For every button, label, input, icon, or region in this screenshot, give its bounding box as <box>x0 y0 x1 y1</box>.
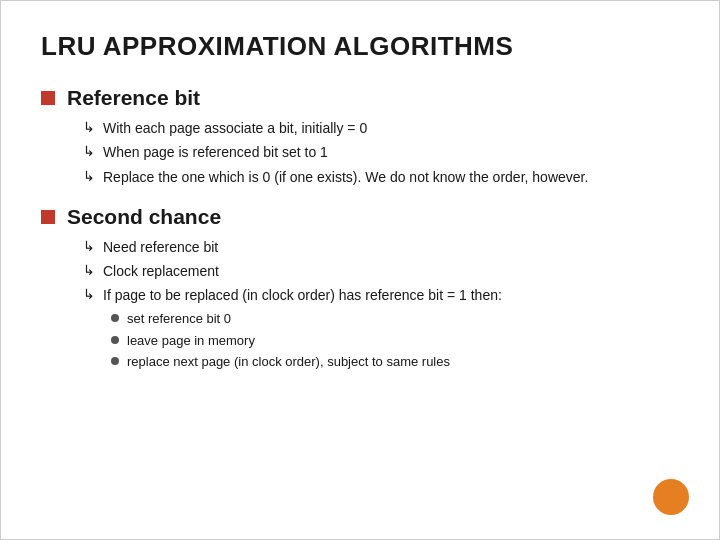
list-item: ↳ Need reference bit <box>83 237 679 257</box>
item-text: Replace the one which is 0 (if one exist… <box>103 167 588 187</box>
list-item: leave page in memory <box>111 332 679 351</box>
list-item: ↳ Replace the one which is 0 (if one exi… <box>83 167 679 187</box>
item-text: replace next page (in clock order), subj… <box>127 353 450 372</box>
list-item: ↳ If page to be replaced (in clock order… <box>83 285 679 305</box>
list-item: set reference bit 0 <box>111 310 679 329</box>
arrow-icon: ↳ <box>83 168 95 184</box>
arrow-icon: ↳ <box>83 143 95 159</box>
list-item: ↳ Clock replacement <box>83 261 679 281</box>
section-header-second-chance: Second chance <box>41 205 679 229</box>
list-item: ↳ When page is referenced bit set to 1 <box>83 142 679 162</box>
item-text: set reference bit 0 <box>127 310 231 329</box>
second-chance-items: ↳ Need reference bit ↳ Clock replacement… <box>83 237 679 372</box>
slide: LRU APPROXIMATION ALGORITHMS Reference b… <box>0 0 720 540</box>
bullet-square-second-chance <box>41 210 55 224</box>
list-item: ↳ With each page associate a bit, initia… <box>83 118 679 138</box>
item-text: With each page associate a bit, initiall… <box>103 118 367 138</box>
arrow-icon: ↳ <box>83 262 95 278</box>
item-text: leave page in memory <box>127 332 255 351</box>
item-text: Need reference bit <box>103 237 218 257</box>
second-chance-sub-items: set reference bit 0 leave page in memory… <box>111 310 679 373</box>
arrow-icon: ↳ <box>83 119 95 135</box>
arrow-icon: ↳ <box>83 238 95 254</box>
reference-bit-items: ↳ With each page associate a bit, initia… <box>83 118 679 187</box>
item-text: Clock replacement <box>103 261 219 281</box>
circle-bullet-icon <box>111 357 119 365</box>
slide-title: LRU APPROXIMATION ALGORITHMS <box>41 31 679 62</box>
section-header-reference-bit: Reference bit <box>41 86 679 110</box>
item-text: If page to be replaced (in clock order) … <box>103 285 502 305</box>
bullet-square-reference-bit <box>41 91 55 105</box>
list-item: replace next page (in clock order), subj… <box>111 353 679 372</box>
section-title-reference-bit: Reference bit <box>67 86 200 110</box>
circle-bullet-icon <box>111 314 119 322</box>
orange-circle-decoration <box>653 479 689 515</box>
item-text: When page is referenced bit set to 1 <box>103 142 328 162</box>
section-title-second-chance: Second chance <box>67 205 221 229</box>
section-reference-bit: Reference bit ↳ With each page associate… <box>41 86 679 187</box>
circle-bullet-icon <box>111 336 119 344</box>
arrow-icon: ↳ <box>83 286 95 302</box>
section-second-chance: Second chance ↳ Need reference bit ↳ Clo… <box>41 205 679 372</box>
